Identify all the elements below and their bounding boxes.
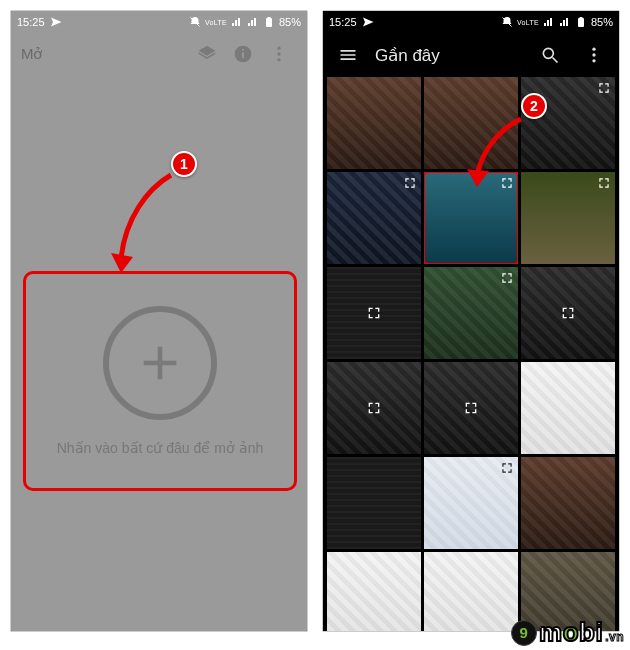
signal-icon (231, 16, 243, 28)
menu-button[interactable] (331, 38, 365, 72)
thumbnail[interactable] (327, 172, 421, 264)
callout-2-arrow (463, 113, 533, 193)
near-icon (362, 16, 374, 28)
svg-point-16 (592, 53, 595, 56)
title-gallery: Gần đây (375, 45, 523, 66)
watermark: 9 mobi .vn (511, 617, 624, 648)
thumbnail[interactable] (327, 552, 421, 632)
thumbnail[interactable] (424, 457, 518, 549)
thumbnail[interactable] (521, 362, 615, 454)
fullscreen-icon (366, 400, 382, 416)
near-icon (50, 16, 62, 28)
volte-label: VoLTE (517, 19, 539, 26)
battery-label: 85% (279, 16, 301, 28)
signal-icon-2 (559, 16, 571, 28)
mute-icon (189, 16, 201, 28)
svg-rect-5 (242, 49, 244, 51)
open-image-target[interactable]: Nhấn vào bất cứ đâu để mở ảnh (23, 271, 297, 491)
search-button[interactable] (533, 38, 567, 72)
mute-icon (501, 16, 513, 28)
fullscreen-icon (597, 176, 611, 190)
svg-rect-4 (242, 52, 244, 58)
signal-icon (543, 16, 555, 28)
callout-1: 1 (171, 151, 197, 177)
thumbnail[interactable] (424, 362, 518, 454)
watermark-logo: 9 (511, 620, 537, 646)
status-time: 15:25 (17, 16, 45, 28)
fullscreen-icon (597, 81, 611, 95)
status-bar: 15:25 VoLTE (323, 11, 619, 33)
title-open: Mở (21, 45, 189, 63)
layers-button[interactable] (189, 36, 225, 72)
svg-point-8 (277, 58, 280, 61)
battery-icon (575, 16, 587, 28)
svg-marker-18 (467, 169, 489, 187)
fullscreen-icon (500, 271, 514, 285)
volte-label: VoLTE (205, 19, 227, 26)
fullscreen-icon (560, 305, 576, 321)
thumbnail[interactable] (521, 77, 615, 169)
overflow-button[interactable] (261, 36, 297, 72)
watermark-suffix: .vn (605, 630, 624, 648)
phone-right: 15:25 VoLTE (322, 10, 620, 632)
thumbnail[interactable] (424, 552, 518, 632)
svg-rect-2 (267, 17, 270, 18)
svg-point-6 (277, 47, 280, 50)
fullscreen-icon (500, 461, 514, 475)
thumbnail[interactable] (521, 172, 615, 264)
thumbnail[interactable] (327, 457, 421, 549)
topbar-gallery: Gần đây (323, 33, 619, 77)
battery-label: 85% (591, 16, 613, 28)
thumbnail[interactable] (521, 267, 615, 359)
svg-rect-12 (579, 17, 582, 18)
callout-1-arrow (107, 169, 187, 279)
thumbnail[interactable] (327, 77, 421, 169)
topbar-open: Mở (11, 33, 307, 75)
svg-point-7 (277, 52, 280, 55)
battery-icon (263, 16, 275, 28)
screen-open: 15:25 VoLTE (11, 11, 307, 631)
svg-rect-11 (578, 18, 584, 27)
thumbnail[interactable] (424, 267, 518, 359)
svg-rect-1 (266, 18, 272, 27)
svg-point-17 (592, 59, 595, 62)
thumbnail[interactable] (327, 267, 421, 359)
fullscreen-icon (463, 400, 479, 416)
svg-line-14 (553, 58, 558, 63)
signal-icon-2 (247, 16, 259, 28)
overflow-button[interactable] (577, 38, 611, 72)
screen-gallery: 15:25 VoLTE (323, 11, 619, 631)
status-time: 15:25 (329, 16, 357, 28)
svg-marker-9 (111, 253, 133, 273)
plus-circle-icon (103, 306, 217, 420)
open-hint-text: Nhấn vào bất cứ đâu để mở ảnh (57, 440, 264, 456)
phone-left: 15:25 VoLTE (10, 10, 308, 632)
svg-point-15 (592, 48, 595, 51)
thumbnail[interactable] (521, 457, 615, 549)
fullscreen-icon (403, 176, 417, 190)
info-button[interactable] (225, 36, 261, 72)
fullscreen-icon (366, 305, 382, 321)
thumbnail[interactable] (327, 362, 421, 454)
status-bar: 15:25 VoLTE (11, 11, 307, 33)
callout-2: 2 (521, 93, 547, 119)
svg-point-13 (543, 48, 553, 58)
